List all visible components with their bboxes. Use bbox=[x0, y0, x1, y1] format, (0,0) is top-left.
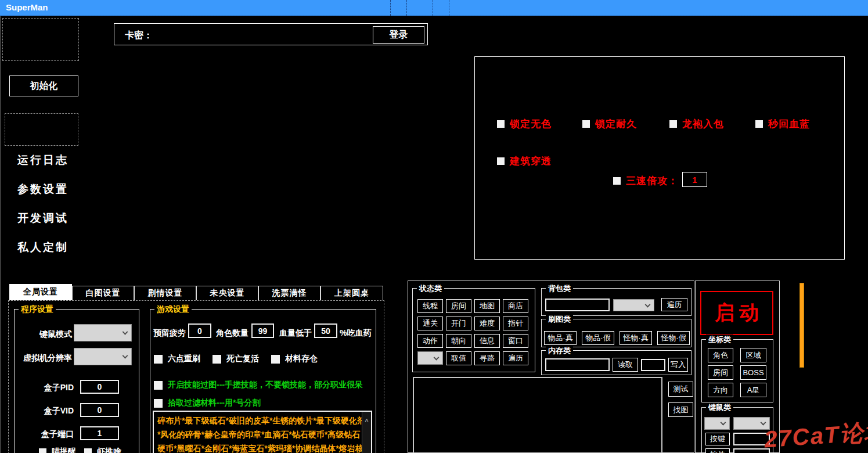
keymouse-select-1[interactable] bbox=[704, 417, 730, 430]
lock-durability-checkbox[interactable]: 锁定耐久 bbox=[582, 117, 637, 131]
memory-write-button[interactable]: 写入 bbox=[668, 358, 688, 372]
info-button[interactable]: 信息 bbox=[474, 334, 500, 348]
clear-button[interactable]: 通关 bbox=[417, 317, 443, 330]
titlebar-guide bbox=[433, 0, 433, 16]
pickup-filter-checkbox[interactable]: 拾取过滤材料---用*号分割 bbox=[154, 398, 260, 408]
sidebar-item-parameters[interactable]: 参数设置 bbox=[17, 182, 69, 197]
miao-reminder-checkbox[interactable]: 喵提醒 bbox=[39, 447, 76, 453]
map-farm-group: 刷图类 物品·真 物品·假 怪物·真 怪物·假 bbox=[541, 319, 691, 347]
orange-scroll-bar[interactable] bbox=[799, 283, 804, 368]
start-button[interactable]: 启动 bbox=[700, 291, 773, 335]
action-button[interactable]: 动作 bbox=[417, 334, 443, 348]
death-revive-checkbox[interactable]: 死亡复活 bbox=[213, 354, 259, 364]
test-button[interactable]: 测试 bbox=[668, 382, 693, 397]
skill-transition-checkbox[interactable]: 开启技能过图---手搓技能，不要锁技能，部分职业很呆 bbox=[154, 380, 363, 390]
memory-value-input[interactable] bbox=[641, 359, 665, 371]
triple-speed-input[interactable] bbox=[682, 172, 707, 187]
login-panel: 卡密： 登录 bbox=[114, 23, 428, 45]
title-bar[interactable]: SuperMan bbox=[0, 0, 868, 16]
memory-group: 内存类 读取 写入 bbox=[541, 350, 691, 375]
role-count-input[interactable] bbox=[251, 323, 274, 338]
open-door-button[interactable]: 开门 bbox=[446, 317, 471, 330]
box-port-label: 盒子端口 bbox=[35, 429, 74, 440]
item-fake-button[interactable]: 物品·假 bbox=[582, 331, 614, 345]
monster-fake-button[interactable]: 怪物·假 bbox=[657, 331, 690, 345]
traverse-button[interactable]: 遍历 bbox=[503, 351, 528, 365]
shop-button[interactable]: 商店 bbox=[503, 299, 528, 313]
sidebar-item-run-log[interactable]: 运行日志 bbox=[17, 153, 69, 168]
triple-speed-checkbox[interactable]: 三速倍攻： bbox=[613, 174, 678, 188]
sidebar-placeholder-box bbox=[5, 113, 78, 146]
item-real-button[interactable]: 物品·真 bbox=[544, 331, 577, 345]
keyboard-mode-select[interactable] bbox=[74, 324, 132, 341]
backpack-traverse-button[interactable]: 遍历 bbox=[661, 298, 687, 311]
coord-area-button[interactable]: 区域 bbox=[740, 348, 766, 362]
checkbox-label: 锁定无色 bbox=[510, 117, 552, 131]
group-title: 坐标类 bbox=[706, 335, 733, 345]
titlebar-guide bbox=[390, 0, 391, 16]
thread-button[interactable]: 线程 bbox=[417, 299, 443, 313]
get-value-button[interactable]: 取值 bbox=[446, 351, 471, 365]
coord-room-button[interactable]: 房间 bbox=[708, 365, 733, 380]
material-filter-text: 碎布片*最下级砥石*破旧的皮革*生锈的铁片*最下级硬化剂*风化的碎骨*赫仑皇帝的… bbox=[157, 416, 365, 453]
room-button[interactable]: 房间 bbox=[446, 299, 471, 313]
group-title: 状态类 bbox=[417, 283, 444, 294]
pathfind-button[interactable]: 寻路 bbox=[474, 351, 500, 365]
box-vid-input[interactable] bbox=[80, 403, 119, 417]
dragon-robe-checkbox[interactable]: 龙袍入包 bbox=[669, 117, 724, 131]
orientation-button[interactable]: 朝向 bbox=[446, 334, 471, 348]
scrollbar[interactable]: ˄ bbox=[362, 412, 371, 453]
material-filter-textarea[interactable]: 碎布片*最下级砥石*破旧的皮革*生锈的铁片*最下级硬化剂*风化的碎骨*赫仑皇帝的… bbox=[153, 411, 372, 453]
tab-ticket-farm[interactable]: 洗票满怪 bbox=[258, 286, 320, 300]
hp-suffix-label: %吃血药 bbox=[340, 328, 371, 339]
control-button[interactable]: 控件 bbox=[705, 448, 730, 453]
window-button[interactable]: 窗口 bbox=[503, 334, 528, 348]
coord-role-button[interactable]: 角色 bbox=[708, 348, 733, 362]
lock-colorless-checkbox[interactable]: 锁定无色 bbox=[497, 117, 552, 131]
backpack-input[interactable] bbox=[545, 299, 610, 311]
chevron-down-icon bbox=[123, 353, 128, 359]
tab-white-map[interactable]: 白图设置 bbox=[72, 286, 134, 300]
xia-push-checkbox[interactable]: 虾推啥 bbox=[84, 447, 121, 453]
pointer-button[interactable]: 指针 bbox=[503, 317, 528, 330]
sidebar-item-custom[interactable]: 私人定制 bbox=[17, 240, 69, 255]
log-output-box[interactable] bbox=[413, 377, 662, 453]
building-pierce-checkbox[interactable]: 建筑穿透 bbox=[497, 154, 552, 168]
memory-read-button[interactable]: 读取 bbox=[613, 358, 638, 372]
press-key-button[interactable]: 按键 bbox=[705, 433, 730, 445]
initialize-button[interactable]: 初始化 bbox=[9, 76, 78, 96]
six-oclock-refresh-checkbox[interactable]: 六点重刷 bbox=[154, 354, 200, 364]
material-storage-checkbox[interactable]: 材料存仓 bbox=[271, 354, 318, 364]
sidebar-item-dev-debug[interactable]: 开发调试 bbox=[17, 211, 69, 226]
box-port-input[interactable] bbox=[80, 426, 119, 440]
memory-address-input[interactable] bbox=[545, 358, 610, 371]
card-key-input[interactable] bbox=[170, 27, 367, 42]
difficulty-button[interactable]: 难度 bbox=[474, 317, 500, 330]
coord-astar-button[interactable]: A星 bbox=[740, 383, 766, 397]
monster-real-button[interactable]: 怪物·真 bbox=[620, 331, 652, 345]
hp-below-input[interactable] bbox=[314, 323, 337, 338]
checkbox-icon bbox=[669, 120, 677, 128]
chevron-down-icon bbox=[721, 420, 726, 426]
fatigue-input[interactable] bbox=[188, 323, 211, 338]
checkbox-icon bbox=[755, 120, 763, 128]
map-button[interactable]: 地图 bbox=[474, 299, 500, 313]
coord-boss-button[interactable]: BOSS bbox=[740, 365, 766, 380]
find-image-button[interactable]: 找图 bbox=[668, 402, 693, 417]
box-pid-input[interactable] bbox=[80, 380, 119, 394]
checkbox-label: 三速倍攻： bbox=[626, 174, 678, 188]
tab-weiyang[interactable]: 未央设置 bbox=[196, 286, 258, 300]
tab-global-settings[interactable]: 全局设置 bbox=[9, 284, 72, 300]
vm-resolution-select[interactable] bbox=[74, 348, 132, 365]
status-select[interactable] bbox=[417, 351, 443, 365]
status-group: 状态类 线程 房间 地图 商店 通关 开门 难度 指针 动作 朝向 信息 窗口 … bbox=[412, 288, 535, 372]
checkbox-label: 材料存仓 bbox=[285, 354, 318, 364]
tab-story[interactable]: 剧情设置 bbox=[134, 286, 196, 300]
vm-resolution-label: 虚拟机分辨率 bbox=[18, 353, 72, 364]
tab-round-table[interactable]: 上架圆桌 bbox=[320, 286, 383, 300]
checkbox-icon bbox=[497, 157, 505, 165]
login-button[interactable]: 登录 bbox=[373, 26, 424, 44]
coord-direction-button[interactable]: 方向 bbox=[708, 383, 733, 397]
backpack-select[interactable] bbox=[613, 299, 654, 311]
instant-hp-mp-checkbox[interactable]: 秒回血蓝 bbox=[755, 117, 810, 131]
